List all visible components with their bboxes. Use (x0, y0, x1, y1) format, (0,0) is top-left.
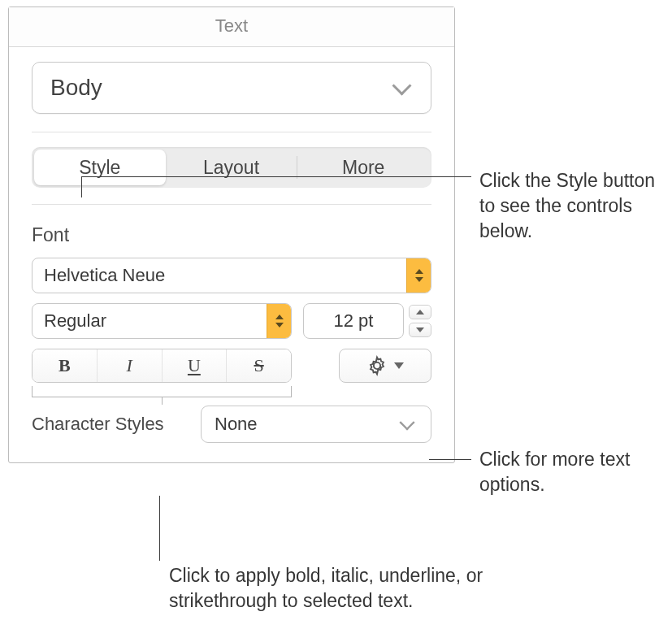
font-family-popup[interactable]: Helvetica Neue (32, 258, 431, 293)
tabs-segmented-control: Style Layout More (32, 147, 431, 188)
stepper-up-icon (416, 310, 424, 314)
tab-layout-label: Layout (203, 157, 259, 179)
font-weight-value: Regular (44, 310, 106, 332)
chevron-down-icon (395, 82, 413, 93)
font-size-step-up[interactable] (409, 305, 431, 319)
gear-icon (366, 355, 388, 376)
italic-glyph: I (126, 355, 132, 376)
popup-handle-icon (406, 258, 431, 293)
font-size-stepper (409, 303, 431, 339)
chevron-down-icon (401, 419, 416, 428)
font-size-step-down[interactable] (409, 323, 431, 337)
callout-leader-line (81, 176, 82, 197)
font-family-value: Helvetica Neue (44, 265, 165, 286)
callout-leader-line (159, 496, 160, 561)
paragraph-style-dropdown[interactable]: Body (32, 62, 431, 114)
chevron-down-icon (394, 362, 404, 369)
font-weight-popup[interactable]: Regular (32, 303, 292, 339)
paragraph-style-value: Body (50, 75, 102, 101)
bold-glyph: B (59, 355, 71, 376)
character-styles-value: None (215, 414, 258, 435)
callout-biu-buttons: Click to apply bold, italic, underline, … (169, 563, 543, 614)
text-inspector-panel: Text Body Style Layout More Font Helveti… (8, 7, 455, 463)
bracket-decoration (32, 386, 292, 397)
callout-style-button: Click the Style button to see the contro… (479, 168, 666, 244)
strikethrough-button[interactable]: S (226, 349, 291, 382)
tab-style-label: Style (79, 157, 120, 179)
tab-style[interactable]: Style (34, 150, 166, 185)
italic-button[interactable]: I (97, 349, 162, 382)
stepper-down-icon (416, 328, 424, 332)
strike-glyph: S (254, 355, 264, 376)
more-text-options-button[interactable] (339, 349, 431, 383)
callout-leader-line (429, 459, 471, 460)
font-size-value: 12 pt (334, 310, 374, 332)
callout-leader-line (81, 176, 471, 177)
character-styles-popup[interactable]: None (201, 406, 431, 443)
tab-layout[interactable]: Layout (166, 150, 297, 185)
panel-title: Text (9, 7, 454, 47)
popup-handle-icon (267, 304, 291, 338)
font-size-field[interactable]: 12 pt (303, 303, 404, 339)
text-style-button-group: B I U S (32, 349, 292, 383)
callout-gear-button: Click for more text options. (479, 447, 658, 497)
font-section-label: Font (32, 224, 431, 246)
character-styles-label: Character Styles (32, 414, 186, 435)
underline-glyph: U (188, 355, 201, 376)
bold-button[interactable]: B (33, 349, 97, 382)
underline-button[interactable]: U (162, 349, 227, 382)
tab-more-label: More (342, 157, 384, 179)
tab-more[interactable]: More (297, 150, 429, 185)
